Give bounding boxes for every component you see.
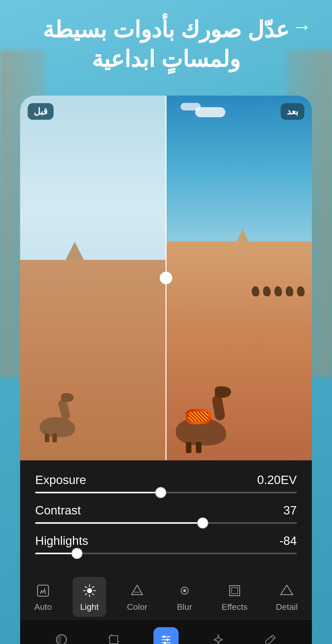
caravan-camel-3	[274, 286, 282, 296]
main-card: قبل بعد Exposure 0.20EV Contrast 3	[20, 96, 312, 644]
camel-head-after	[215, 386, 231, 398]
auto-label: Auto	[34, 602, 52, 612]
highlights-slider-row: Highlights -84	[35, 534, 297, 554]
blur-label: Blur	[177, 602, 192, 612]
auto-icon	[34, 582, 52, 599]
svg-point-23	[163, 635, 165, 638]
camel-leg1-after	[186, 442, 191, 453]
before-label: قبل	[28, 103, 54, 120]
tool-blur[interactable]: Blur	[168, 577, 201, 617]
camel-saddle	[186, 409, 211, 424]
exposure-thumb[interactable]	[155, 487, 166, 498]
exposure-header: Exposure 0.20EV	[35, 473, 297, 487]
contrast-value: 37	[283, 503, 297, 517]
photo-after	[166, 96, 312, 460]
caravan-camel-5	[297, 286, 305, 296]
svg-point-27	[164, 641, 166, 644]
bottom-nav	[20, 619, 312, 644]
camel-neck-after	[212, 394, 226, 421]
svg-rect-0	[37, 585, 49, 596]
svg-line-9	[85, 593, 87, 595]
svg-point-12	[183, 589, 186, 592]
svg-line-28	[271, 637, 274, 639]
nav-sparkle-button[interactable]	[206, 627, 231, 644]
camel-after	[173, 383, 236, 453]
tool-light[interactable]: Light	[73, 577, 106, 617]
app-container: → عدّل صورك بأدوات بسيطة ولمساتٍ ابداعية	[0, 0, 332, 644]
camel-leg1-before	[45, 433, 49, 442]
cloud2	[181, 103, 201, 110]
contrast-track[interactable]	[35, 522, 297, 524]
tool-auto[interactable]: Auto	[27, 577, 59, 617]
highlights-label: Highlights	[35, 534, 88, 548]
tool-detail[interactable]: Detail	[268, 577, 305, 617]
svg-point-25	[166, 638, 169, 641]
blur-icon	[176, 582, 193, 599]
caravan-camel-1	[252, 286, 259, 296]
camel-leg2-after	[196, 442, 201, 453]
highlights-fill	[35, 553, 77, 554]
svg-marker-15	[281, 585, 293, 595]
tools-bar: Auto Light	[20, 572, 312, 619]
photo-comparison-area[interactable]: قبل بعد	[20, 96, 312, 460]
svg-line-7	[92, 593, 94, 595]
tool-effects[interactable]: Effects	[214, 577, 255, 617]
camel-leg2-before	[52, 433, 57, 442]
exposure-fill	[35, 492, 161, 493]
exposure-slider-row: Exposure 0.20EV	[35, 473, 297, 493]
color-label: Color	[127, 602, 147, 612]
tool-color[interactable]: Color	[119, 577, 155, 617]
contrast-slider-row: Contrast 37	[35, 503, 297, 524]
caravan-camel-2	[263, 286, 271, 296]
camel-head-before	[61, 393, 74, 402]
svg-line-8	[92, 586, 94, 588]
page-title: عدّل صورك بأدوات بسيطة ولمساتٍ ابداعية	[0, 15, 332, 74]
caravan	[252, 286, 305, 296]
detail-icon	[278, 582, 296, 599]
effects-icon	[226, 582, 243, 599]
svg-rect-13	[230, 586, 240, 596]
color-icon	[128, 582, 146, 599]
exposure-track[interactable]	[35, 492, 297, 493]
svg-line-6	[85, 586, 87, 588]
nav-mask-button[interactable]	[49, 627, 74, 644]
photo-before	[20, 96, 166, 460]
sliders-panel: Exposure 0.20EV Contrast 37	[20, 460, 312, 572]
light-label: Light	[80, 602, 99, 612]
nav-crop-button[interactable]	[101, 627, 126, 644]
light-icon	[81, 582, 98, 599]
highlights-thumb[interactable]	[71, 548, 82, 559]
detail-label: Detail	[276, 602, 298, 612]
nav-sliders-button[interactable]	[153, 627, 179, 644]
highlights-track[interactable]	[35, 553, 297, 554]
camel-before	[35, 392, 80, 442]
svg-rect-14	[232, 588, 238, 594]
svg-rect-17	[110, 636, 118, 644]
saddle-pattern	[188, 412, 209, 422]
contrast-fill	[35, 522, 203, 524]
highlights-header: Highlights -84	[35, 534, 297, 548]
after-label: بعد	[281, 103, 304, 120]
contrast-header: Contrast 37	[35, 503, 297, 517]
comparison-handle[interactable]	[160, 272, 172, 284]
contrast-label: Contrast	[35, 503, 81, 517]
caravan-camel-4	[286, 286, 293, 296]
sky-before	[20, 96, 166, 260]
highlights-value: -84	[279, 534, 297, 548]
exposure-value: 0.20EV	[257, 473, 297, 487]
svg-point-1	[87, 588, 92, 593]
contrast-thumb[interactable]	[197, 517, 208, 529]
exposure-label: Exposure	[35, 473, 86, 487]
nav-brush-button[interactable]	[258, 627, 283, 644]
effects-label: Effects	[222, 602, 247, 612]
